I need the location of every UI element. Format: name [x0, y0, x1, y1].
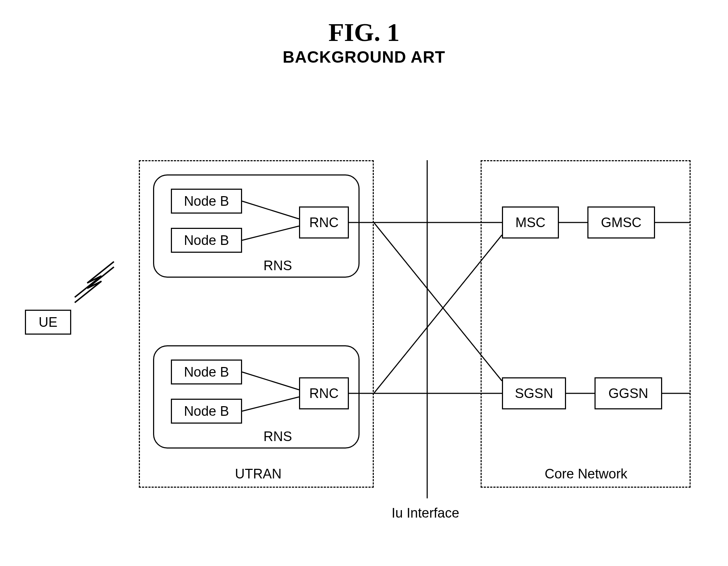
network-diagram: UE UTRAN RNS Node B Node B RNC RNS Node …	[0, 0, 728, 566]
nodeb4: Node B	[171, 399, 242, 424]
ue-label: UE	[39, 315, 58, 330]
rns1-label: RNS	[263, 258, 292, 273]
rnc1: RNC	[299, 206, 349, 239]
nodeb1: Node B	[171, 189, 242, 214]
wireless-icon	[68, 256, 125, 306]
utran-label: UTRAN	[235, 466, 282, 482]
msc-node: MSC	[502, 206, 559, 239]
core-network-label: Core Network	[545, 466, 627, 482]
nodeb3: Node B	[171, 360, 242, 384]
rns2-label: RNS	[263, 429, 292, 444]
nodeb2: Node B	[171, 228, 242, 253]
iu-interface-label: Iu Interface	[392, 505, 459, 521]
gmsc-node: GMSC	[587, 206, 655, 239]
sgsn-node: SGSN	[502, 377, 566, 409]
ue-node: UE	[25, 310, 71, 335]
rnc2: RNC	[299, 377, 349, 409]
ggsn-node: GGSN	[595, 377, 662, 409]
